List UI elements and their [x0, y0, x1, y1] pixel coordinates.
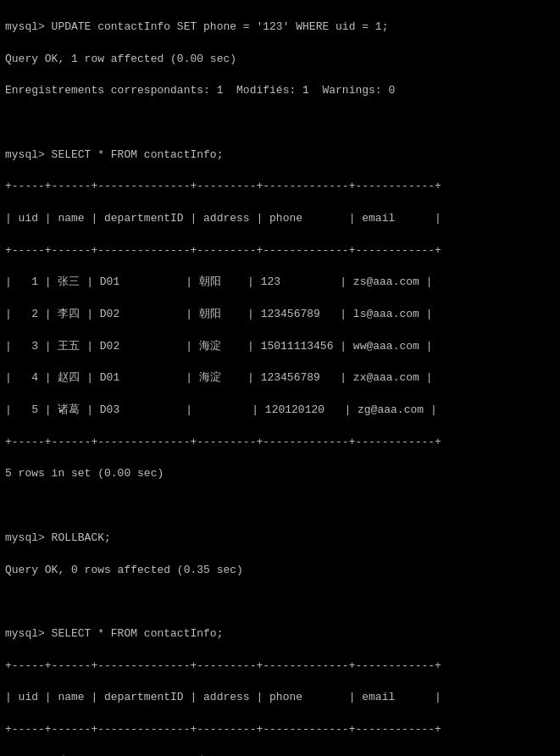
table1-sep-bot: +-----+------+--------------+---------+-… [5, 436, 441, 448]
terminal-output: mysql> UPDATE contactInfo SET phone = '1… [5, 3, 555, 756]
block3-line1: mysql> ROLLBACK; [5, 531, 111, 544]
block3-line2: Query OK, 0 rows affected (0.35 sec) [5, 564, 243, 576]
table1-row3: | 3 | 王五 | D02 | 海淀 | 15011113456 | ww@a… [5, 340, 432, 353]
table1-row5: | 5 | 诸葛 | D03 | | 120120120 | zg@aaa.co… [5, 403, 437, 416]
table1-row2: | 2 | 李四 | D02 | 朝阳 | 123456789 | ls@aaa… [5, 308, 432, 320]
table1-row1: | 1 | 张三 | D01 | 朝阳 | 123 | zs@aaa.com | [5, 275, 432, 288]
table1-row4: | 4 | 赵四 | D01 | 海淀 | 123456789 | zx@aaa… [5, 371, 432, 384]
table1-footer: 5 rows in set (0.00 sec) [5, 467, 164, 480]
table1-header: | uid | name | departmentID | address | … [5, 212, 441, 225]
table1-sep-mid: +-----+------+--------------+---------+-… [5, 244, 441, 257]
block1-line3: Enregistrements correspondants: 1 Modifi… [5, 84, 395, 97]
table2-header: | uid | name | departmentID | address | … [5, 691, 441, 703]
block4-select: mysql> SELECT * FROM contactInfo; [5, 627, 223, 640]
block2-select: mysql> SELECT * FROM contactInfo; [5, 148, 223, 161]
table2-sep-mid: +-----+------+--------------+---------+-… [5, 723, 441, 736]
table1-sep-top: +-----+------+--------------+---------+-… [5, 180, 441, 192]
block1-line1: mysql> UPDATE contactInfo SET phone = '1… [5, 20, 388, 33]
block1-line2: Query OK, 1 row affected (0.00 sec) [5, 53, 236, 65]
table2-sep-top: +-----+------+--------------+---------+-… [5, 659, 441, 672]
